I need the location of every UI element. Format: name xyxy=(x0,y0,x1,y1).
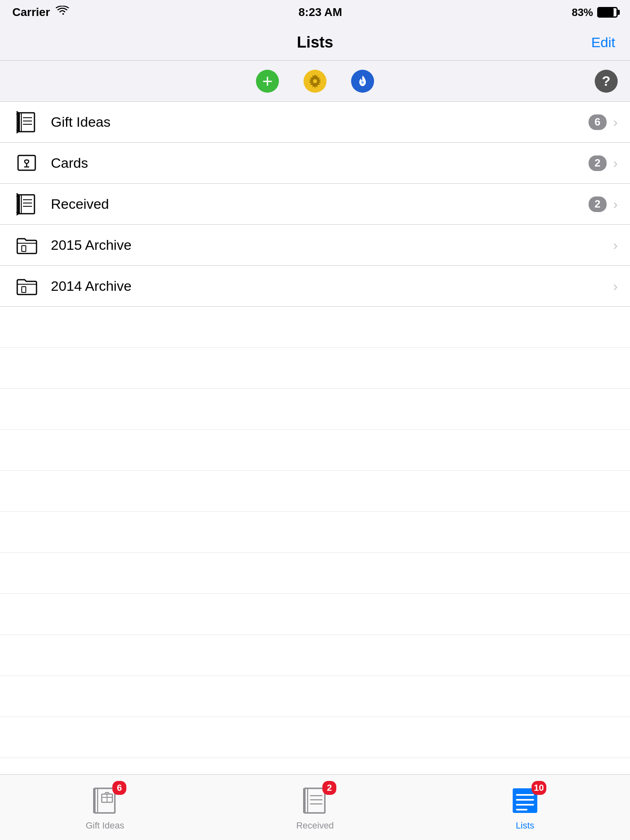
empty-row xyxy=(0,389,630,430)
battery-percent-label: 83% xyxy=(572,6,593,19)
empty-row xyxy=(0,635,630,676)
empty-row xyxy=(0,676,630,717)
empty-row xyxy=(0,471,630,512)
tab-lists-label: Lists xyxy=(516,820,534,831)
svg-rect-9 xyxy=(18,155,35,170)
tab-lists[interactable]: 10 Lists xyxy=(420,784,630,831)
svg-rect-17 xyxy=(22,287,26,292)
received-icon xyxy=(12,190,41,219)
tab-received-icon-wrap: 2 xyxy=(299,784,331,817)
archive-2015-label: 2015 Archive xyxy=(51,237,613,253)
svg-point-1 xyxy=(313,79,317,83)
cards-badge: 2 xyxy=(589,155,607,171)
archive-2014-icon xyxy=(12,272,41,301)
list-item-2015-archive[interactable]: 2015 Archive › xyxy=(0,225,630,266)
tab-gift-ideas[interactable]: 6 Gift Ideas xyxy=(0,784,210,831)
add-button[interactable]: + xyxy=(256,70,279,93)
archive-2014-chevron: › xyxy=(613,278,618,294)
tab-lists-icon-wrap: 10 xyxy=(509,784,541,817)
archive-2015-icon xyxy=(12,231,41,260)
empty-row xyxy=(0,512,630,553)
empty-row xyxy=(0,348,630,389)
gift-ideas-badge: 6 xyxy=(589,114,607,130)
list-item-cards[interactable]: Cards 2 › xyxy=(0,143,630,184)
gear-button[interactable] xyxy=(304,70,326,93)
received-chevron: › xyxy=(613,196,618,212)
gift-ideas-chevron: › xyxy=(613,114,618,130)
toolbar: + ? xyxy=(0,61,630,102)
nav-title: Lists xyxy=(297,34,333,51)
status-bar: Carrier 8:23 AM 83% xyxy=(0,0,630,25)
archive-2014-label: 2014 Archive xyxy=(51,278,613,294)
archive-2015-chevron: › xyxy=(613,237,618,253)
empty-row xyxy=(0,717,630,758)
help-button[interactable]: ? xyxy=(595,70,618,93)
gift-ideas-label: Gift Ideas xyxy=(51,114,589,130)
wifi-icon xyxy=(56,6,69,19)
list-item-received[interactable]: Received 2 › xyxy=(0,184,630,225)
tab-received-badge: 2 xyxy=(322,781,336,795)
battery-icon xyxy=(597,7,618,18)
list-item-gift-ideas[interactable]: Gift Ideas 6 › xyxy=(0,102,630,143)
flame-button[interactable] xyxy=(351,70,374,93)
status-carrier: Carrier xyxy=(12,6,69,19)
cards-label: Cards xyxy=(51,155,589,171)
edit-button[interactable]: Edit xyxy=(591,34,615,50)
received-badge: 2 xyxy=(589,196,607,212)
tab-lists-badge: 10 xyxy=(532,781,546,795)
empty-row xyxy=(0,307,630,348)
tab-received-label: Received xyxy=(296,820,334,831)
tab-bar: 6 Gift Ideas 2 Received xyxy=(0,774,630,840)
tab-received[interactable]: 2 Received xyxy=(210,784,420,831)
tab-gift-ideas-badge: 6 xyxy=(112,781,126,795)
empty-row xyxy=(0,553,630,594)
status-battery: 83% xyxy=(572,6,618,19)
received-label: Received xyxy=(51,196,589,212)
nav-bar: Lists Edit xyxy=(0,25,630,61)
list-item-2014-archive[interactable]: 2014 Archive › xyxy=(0,266,630,307)
svg-rect-16 xyxy=(22,246,26,251)
tab-gift-ideas-icon-wrap: 6 xyxy=(89,784,121,817)
cards-chevron: › xyxy=(613,155,618,171)
list-container: Gift Ideas 6 › Cards 2 › xyxy=(0,102,630,840)
cards-icon xyxy=(12,149,41,178)
empty-row xyxy=(0,430,630,471)
empty-row xyxy=(0,594,630,635)
gift-ideas-icon xyxy=(12,108,41,137)
status-time: 8:23 AM xyxy=(299,6,342,19)
tab-gift-ideas-label: Gift Ideas xyxy=(86,820,124,831)
carrier-label: Carrier xyxy=(12,6,50,19)
